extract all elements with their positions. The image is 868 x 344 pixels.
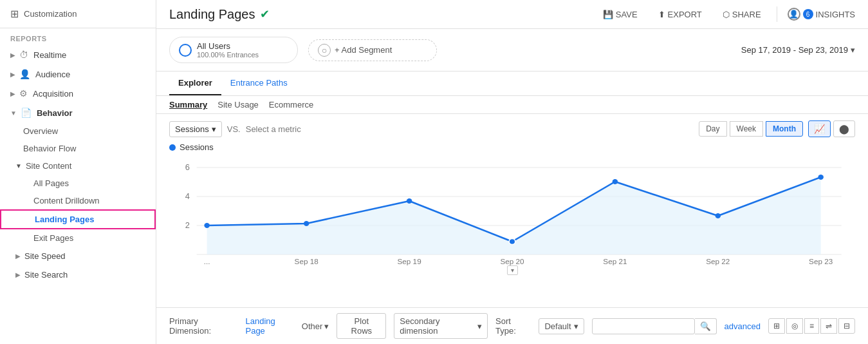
chart-scroll-icon[interactable]: ▾	[507, 265, 518, 275]
add-segment-button[interactable]: ○ + Add Segment	[308, 39, 437, 61]
date-range-picker[interactable]: Sep 17, 2019 - Sep 23, 2019 ▾	[741, 45, 855, 55]
share-icon: ⬡	[723, 10, 730, 19]
pivot-view-button[interactable]: ⊟	[838, 318, 855, 334]
tab-explorer[interactable]: Explorer	[169, 72, 221, 95]
svg-text:Sep 18: Sep 18	[295, 258, 319, 265]
line-chart: 6 4 2 ... Sep 18 Sep 19 Sep 20 Sep 21 Se…	[169, 155, 855, 267]
segment-percentage: 100.00% Entrances	[197, 51, 259, 59]
svg-point-19	[613, 179, 618, 184]
arrow-down-icon: ▼	[10, 110, 17, 117]
sessions-dropdown[interactable]: Sessions ▾	[169, 121, 222, 137]
bar-view-button[interactable]: ≡	[804, 318, 819, 334]
audience-label: Audience	[35, 70, 70, 79]
landing-pages-label: Landing Pages	[35, 215, 94, 224]
insights-badge: 6	[803, 9, 813, 19]
pie-chart-button[interactable]: ⬤	[833, 120, 855, 137]
behavior-label: Behavior	[37, 108, 73, 118]
svg-text:Sep 23: Sep 23	[809, 258, 833, 265]
sidebar-item-acquisition[interactable]: ▶ ⚙ Acquisition	[0, 84, 156, 103]
acquisition-icon: ⚙	[19, 88, 28, 99]
save-label: SAVE	[616, 10, 638, 19]
top-bar-actions: 💾 SAVE ⬆ EXPORT ⬡ SHARE 👤 6 INSIGHTS	[598, 6, 855, 22]
compare-view-button[interactable]: ⇌	[820, 318, 837, 334]
export-button[interactable]: ⬆ EXPORT	[653, 7, 707, 22]
all-pages-label: All Pages	[33, 178, 69, 188]
svg-text:4: 4	[185, 192, 190, 201]
share-button[interactable]: ⬡ SHARE	[717, 7, 766, 22]
sessions-legend-label: Sessions	[180, 142, 214, 152]
chart-controls: Sessions ▾ VS. Select a metric Day Week …	[169, 120, 855, 137]
landing-page-link[interactable]: Landing Page	[245, 316, 293, 336]
site-speed-label: Site Speed	[24, 251, 66, 261]
verified-icon: ✔	[260, 7, 270, 21]
chart-container: 6 4 2 ... Sep 18 Sep 19 Sep 20 Sep 21 Se…	[169, 155, 855, 307]
segment-bar: All Users 100.00% Entrances ○ + Add Segm…	[156, 29, 868, 72]
svg-text:Sep 19: Sep 19	[398, 258, 421, 265]
week-button[interactable]: Week	[730, 121, 763, 137]
tab-explorer-label: Explorer	[178, 78, 212, 88]
arrow-icon: ▶	[15, 253, 21, 260]
tab-entrance-paths[interactable]: Entrance Paths	[221, 72, 297, 95]
secondary-dimension-arrow: ▾	[477, 321, 482, 331]
grid-view-button[interactable]: ⊞	[768, 318, 785, 334]
save-button[interactable]: 💾 SAVE	[598, 7, 643, 22]
svg-text:6: 6	[185, 163, 190, 172]
all-users-segment[interactable]: All Users 100.00% Entrances	[169, 37, 298, 63]
sessions-legend: Sessions	[169, 142, 855, 152]
insights-label: INSIGHTS	[816, 10, 855, 19]
svg-text:2: 2	[185, 221, 190, 230]
sidebar-item-realtime[interactable]: ▶ ⏱ Realtime	[0, 45, 156, 64]
secondary-dimension-dropdown[interactable]: Secondary dimension ▾	[394, 313, 488, 339]
arrow-down-icon: ▼	[15, 162, 22, 169]
subtab-site-usage[interactable]: Site Usage	[217, 100, 259, 110]
other-label: Other	[302, 321, 323, 331]
arrow-icon: ▶	[10, 90, 15, 97]
sidebar-item-site-content[interactable]: ▼ Site Content	[0, 157, 156, 175]
svg-text:Sep 22: Sep 22	[706, 258, 730, 265]
page-title-area: Landing Pages ✔	[169, 7, 270, 22]
subtab-summary[interactable]: Summary	[169, 100, 207, 110]
reports-label: REPORTS	[0, 28, 156, 45]
line-chart-button[interactable]: 📈	[808, 120, 831, 137]
arrow-icon: ▶	[10, 52, 15, 59]
sidebar-item-content-drilldown[interactable]: Content Drilldown	[0, 192, 156, 209]
add-segment-label: + Add Segment	[335, 45, 392, 55]
search-button[interactable]: 🔍	[695, 318, 717, 334]
dropdown-arrow-icon: ▾	[212, 124, 216, 134]
pie-view-button[interactable]: ◎	[786, 318, 803, 334]
behavior-icon: 📄	[21, 108, 32, 118]
subtab-ecommerce[interactable]: Ecommerce	[269, 100, 313, 110]
page-title: Landing Pages	[169, 7, 255, 22]
sidebar-item-landing-pages[interactable]: Landing Pages	[0, 209, 156, 229]
plot-rows-button[interactable]: Plot Rows	[337, 313, 386, 339]
sidebar-item-exit-pages[interactable]: Exit Pages	[0, 229, 156, 247]
acquisition-label: Acquisition	[33, 89, 73, 99]
default-sort-dropdown[interactable]: Default ▾	[539, 318, 584, 334]
advanced-link[interactable]: advanced	[725, 321, 761, 331]
add-icon: ○	[318, 44, 331, 57]
segment-info: All Users 100.00% Entrances	[197, 41, 259, 59]
sessions-legend-dot	[169, 144, 176, 151]
site-search-label: Site Search	[24, 270, 68, 280]
month-button[interactable]: Month	[766, 121, 803, 137]
behavior-flow-label: Behavior Flow	[23, 144, 76, 153]
sidebar-item-behavior[interactable]: ▼ 📄 Behavior	[0, 103, 156, 122]
sidebar-top[interactable]: ⊞ Customization	[0, 0, 156, 28]
search-input[interactable]	[592, 318, 695, 334]
sidebar-item-overview[interactable]: Overview	[0, 122, 156, 140]
svg-text:Sep 21: Sep 21	[603, 258, 627, 265]
other-dropdown[interactable]: Other ▾	[302, 321, 329, 331]
sidebar-item-site-search[interactable]: ▶ Site Search	[0, 265, 156, 284]
insights-button[interactable]: 👤 6 INSIGHTS	[788, 8, 855, 21]
default-sort-label: Default	[544, 321, 571, 331]
content-drilldown-label: Content Drilldown	[33, 196, 100, 205]
sidebar-item-audience[interactable]: ▶ 👤 Audience	[0, 64, 156, 84]
sidebar-item-behavior-flow[interactable]: Behavior Flow	[0, 140, 156, 157]
sidebar-item-site-speed[interactable]: ▶ Site Speed	[0, 247, 156, 265]
insights-icon: 👤	[788, 8, 800, 21]
sidebar-item-all-pages[interactable]: All Pages	[0, 175, 156, 192]
arrow-icon: ▶	[15, 271, 21, 278]
date-range-text: Sep 17, 2019 - Sep 23, 2019	[741, 45, 848, 55]
day-button[interactable]: Day	[699, 121, 726, 137]
time-buttons: Day Week Month	[699, 121, 803, 137]
